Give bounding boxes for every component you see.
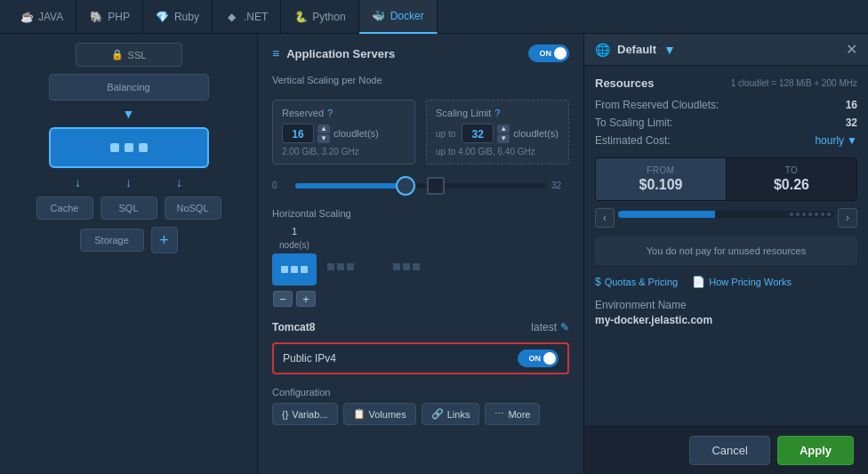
- node-add-btn[interactable]: +: [296, 291, 316, 307]
- scaling-up-btn[interactable]: ▲: [497, 125, 510, 133]
- how-pricing-link[interactable]: 📄 How Pricing Works: [692, 276, 792, 288]
- price-boxes: FROM $0.109 TO $0.26: [595, 157, 857, 201]
- bottom-bar: Cancel Apply: [584, 426, 868, 474]
- links-icon: 🔗: [431, 408, 444, 420]
- node-icon-active: [272, 253, 317, 285]
- storage-button[interactable]: Storage: [80, 229, 144, 252]
- ipv4-toggle[interactable]: ON: [518, 349, 559, 367]
- server-icon: ≡: [272, 46, 279, 60]
- chevron-down-icon: ▼: [847, 134, 857, 147]
- tab-java[interactable]: ☕ JAVA: [7, 0, 76, 34]
- slider-thumb-reserved[interactable]: [396, 176, 415, 196]
- slider-container: 0 32: [272, 181, 569, 190]
- volumes-button[interactable]: 📋 Volumes: [343, 403, 416, 425]
- storage-row: Storage +: [80, 227, 178, 253]
- server-toggle[interactable]: ON: [528, 44, 569, 62]
- inactive-dot-5: [403, 263, 410, 270]
- inactive-dot-6: [413, 263, 420, 270]
- config-section: Configuration {} Variab... 📋 Volumes 🔗 L…: [272, 387, 569, 425]
- reserved-up-btn[interactable]: ▲: [317, 125, 330, 133]
- balancing-button[interactable]: Balancing: [49, 74, 209, 100]
- pdot3: [802, 213, 806, 216]
- ssl-button[interactable]: 🔒 SSL: [76, 43, 182, 67]
- to-scaling-value: 32: [846, 116, 857, 129]
- resources-title: Resources: [595, 76, 654, 90]
- scaling-help-icon[interactable]: ?: [494, 108, 500, 118]
- more-button[interactable]: ⋯ More: [485, 403, 540, 425]
- scaling-sub-info: up to 4.00 GiB, 6.40 GHz: [436, 147, 559, 157]
- edit-icon[interactable]: ✎: [560, 321, 569, 333]
- scaling-down-btn[interactable]: ▼: [497, 134, 510, 143]
- tab-docker[interactable]: 🐳 Docker: [359, 0, 438, 34]
- cloudlet-info: 1 cloudlet = 128 MiB + 200 MHz: [731, 78, 857, 88]
- default-dropdown[interactable]: Default: [617, 43, 656, 56]
- scaling-input-row: up to 32 ▲ ▼ cloudlet(s): [436, 124, 559, 143]
- variables-button[interactable]: {} Variab...: [272, 403, 338, 425]
- price-arrow-right[interactable]: ›: [838, 208, 857, 228]
- inactive-dot-3: [347, 263, 354, 270]
- price-slider-fill: [618, 211, 715, 218]
- tab-net[interactable]: ◆ .NET: [213, 0, 281, 34]
- net-icon: ◆: [225, 10, 239, 24]
- up-to-label: up to: [436, 129, 455, 139]
- active-node[interactable]: [49, 127, 209, 168]
- node-dot-1: [110, 143, 119, 152]
- inactive-nodes-right: [393, 263, 420, 270]
- dot2: [291, 266, 298, 273]
- horiz-nodes: 1 node(s) − +: [272, 226, 569, 307]
- links-button[interactable]: 🔗 Links: [422, 403, 480, 425]
- quotas-pricing-link[interactable]: $ Quotas & Pricing: [595, 276, 678, 288]
- pdot7: [827, 213, 831, 216]
- arrows-row: ↓ ↓ ↓: [75, 175, 182, 189]
- reserved-stepper[interactable]: ▲ ▼: [317, 125, 330, 143]
- node-remove-btn[interactable]: −: [273, 291, 293, 307]
- estimated-row: Estimated Cost: hourly ▼: [595, 134, 857, 147]
- hourly-button[interactable]: hourly ▼: [815, 134, 857, 147]
- price-arrow-left[interactable]: ‹: [595, 208, 615, 228]
- pdot1: [790, 213, 793, 216]
- pdot5: [815, 213, 818, 216]
- inactive-dot-1: [327, 263, 334, 270]
- sql-button[interactable]: SQL: [100, 197, 157, 220]
- dropdown-arrow-icon[interactable]: ▼: [663, 43, 676, 57]
- cancel-button[interactable]: Cancel: [689, 436, 769, 465]
- horiz-section: Horizontal Scaling 1 node(s) − +: [272, 208, 569, 307]
- tab-php[interactable]: 🐘 PHP: [76, 0, 143, 34]
- right-panel: 🌐 Default ▼ ✕ Resources 1 cloudlet = 128…: [583, 34, 868, 474]
- node-dot-3: [139, 143, 148, 152]
- from-reserved-value: 16: [846, 99, 857, 111]
- env-name-section: Environment Name my-docker.jelastic.com: [595, 299, 857, 326]
- arrow-down-2: ↓: [125, 175, 132, 189]
- price-slider-row: ‹ ›: [595, 208, 857, 228]
- dot1: [281, 266, 288, 273]
- slider-track[interactable]: [295, 183, 546, 189]
- reserved-help-icon[interactable]: ?: [327, 108, 333, 118]
- toggle-thumb: [554, 47, 567, 60]
- dot3: [301, 266, 308, 273]
- right-header: 🌐 Default ▼ ✕: [584, 34, 868, 66]
- reserved-title: Reserved ?: [282, 108, 406, 118]
- price-slider-dots: [790, 211, 834, 218]
- price-to-box: TO $0.26: [726, 158, 856, 200]
- scaling-boxes: Reserved ? 16 ▲ ▼ cloudlet(s) 2.00 GiB, …: [272, 100, 569, 165]
- add-storage-button[interactable]: +: [151, 227, 178, 253]
- close-button[interactable]: ✕: [846, 41, 857, 58]
- scaling-stepper[interactable]: ▲ ▼: [497, 125, 510, 143]
- tab-python[interactable]: 🐍 Python: [281, 0, 358, 34]
- apply-button[interactable]: Apply: [777, 436, 854, 465]
- unused-resources: You do not pay for unused resources: [595, 237, 857, 265]
- ipv4-label: Public IPv4: [283, 352, 336, 365]
- cache-button[interactable]: Cache: [36, 197, 93, 220]
- tab-ruby[interactable]: 💎 Ruby: [143, 0, 213, 34]
- nosql-button[interactable]: NoSQL: [165, 197, 221, 220]
- reserved-down-btn[interactable]: ▼: [317, 134, 330, 143]
- to-scaling-row: To Scaling Limit: 32: [595, 116, 857, 129]
- node-dot-2: [125, 143, 133, 152]
- price-to-label: TO: [737, 165, 846, 175]
- how-pricing-icon: 📄: [692, 276, 705, 288]
- ipv4-toggle-thumb: [543, 352, 556, 365]
- scaling-cloudlets-value: 32: [462, 124, 494, 143]
- scaling-limit-box: Scaling Limit ? up to 32 ▲ ▼ cloudlet(s)…: [426, 100, 569, 165]
- slider-thumb-scaling[interactable]: [427, 177, 445, 195]
- node-dots: [110, 143, 148, 152]
